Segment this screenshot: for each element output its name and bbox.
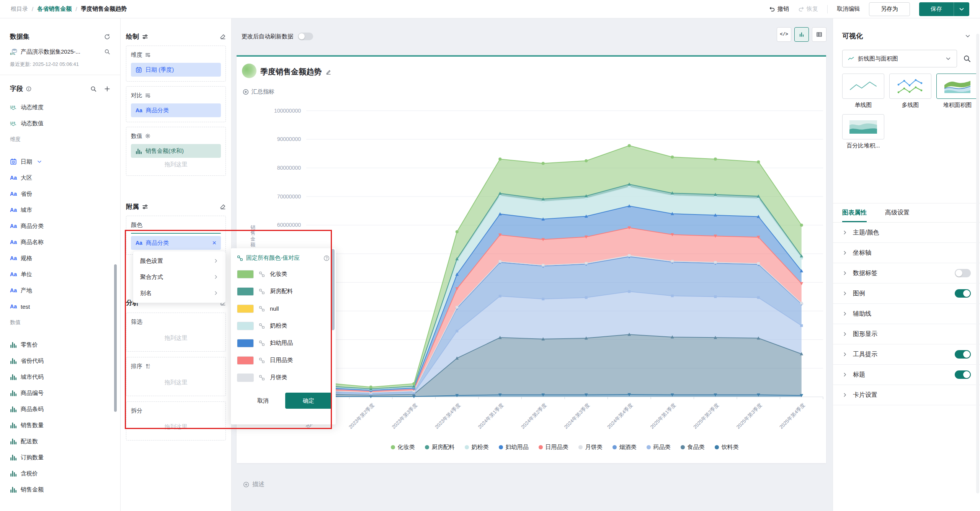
- fix-colors-link[interactable]: 固定所有颜色-值对应: [246, 254, 300, 262]
- auto-refresh-toggle[interactable]: [298, 33, 313, 40]
- context-menu-item[interactable]: 别名: [133, 285, 225, 301]
- dimension-field-item[interactable]: Aa 规格: [10, 250, 110, 266]
- measure-field-item[interactable]: 省份代码: [10, 353, 110, 369]
- dimension-field-item[interactable]: Aa 商品分类: [10, 218, 110, 234]
- search-fields-icon[interactable]: [90, 86, 96, 92]
- measure-field-item[interactable]: 销售数量: [10, 417, 110, 433]
- color-swatch[interactable]: [237, 270, 254, 278]
- accordion-section[interactable]: 数据标签: [833, 263, 980, 283]
- measure-field-item[interactable]: 销售金额: [10, 482, 110, 498]
- description-button[interactable]: 描述: [243, 480, 265, 488]
- legend-item[interactable]: 妇幼用品: [499, 444, 529, 451]
- legend-item[interactable]: 烟酒类: [612, 444, 637, 451]
- question-circle-icon[interactable]: [323, 255, 330, 261]
- breadcrumb-parent[interactable]: 各省销售金额: [37, 5, 72, 13]
- dimension-field-item[interactable]: Aa 城市: [10, 202, 110, 218]
- undo-button[interactable]: 撤销: [769, 5, 789, 13]
- accordion-section[interactable]: 工具提示: [833, 344, 980, 365]
- drop-zone[interactable]: 拆分 拖到这里: [126, 401, 226, 441]
- color-swatch[interactable]: [237, 305, 254, 313]
- color-swatch[interactable]: [237, 373, 254, 382]
- save-button[interactable]: 保存: [919, 2, 969, 16]
- color-value-row[interactable]: 厨房配料: [237, 283, 330, 300]
- cancel-edit-button[interactable]: 取消编辑: [837, 5, 860, 13]
- redo-button[interactable]: 恢复: [798, 5, 818, 13]
- legend-item[interactable]: 奶粉类: [465, 444, 489, 451]
- legend-item[interactable]: 化妆类: [391, 444, 415, 451]
- close-icon[interactable]: ×: [212, 239, 216, 246]
- legend-item[interactable]: 月饼类: [578, 444, 603, 451]
- accordion-section[interactable]: 坐标轴: [833, 243, 980, 263]
- dataset-item[interactable]: ETL 产品演示数据集2025-...: [10, 48, 110, 56]
- value-chip[interactable]: 销售金额(求和): [131, 144, 221, 158]
- accordion-section[interactable]: 卡片设置: [833, 385, 980, 405]
- accordion-section[interactable]: 图形显示: [833, 324, 980, 344]
- legend-item[interactable]: 日用品类: [539, 444, 568, 451]
- accordion-section[interactable]: 图例: [833, 283, 980, 304]
- dimension-chip[interactable]: 日期 (季度): [131, 63, 221, 77]
- color-chip[interactable]: Aa 商品分类 ×: [131, 236, 221, 250]
- measure-field-item[interactable]: 含税价: [10, 465, 110, 482]
- dimension-field-item[interactable]: Aa 省份: [10, 186, 110, 202]
- scrollbar-thumb[interactable]: [114, 264, 117, 412]
- dimension-field-item[interactable]: Aa 大区: [10, 170, 110, 186]
- drop-zone[interactable]: 排序 AZ 拖到这里: [126, 357, 226, 396]
- chart-family-select[interactable]: 折线图与面积图: [842, 50, 957, 67]
- legend-item[interactable]: 药品类: [647, 444, 671, 451]
- section-toggle[interactable]: [955, 289, 971, 298]
- save-as-button[interactable]: 另存为: [869, 2, 910, 16]
- drop-zone[interactable]: 筛选 拖到这里: [126, 313, 226, 352]
- summary-indicator-button[interactable]: 汇总指标: [243, 88, 274, 95]
- section-toggle[interactable]: [955, 350, 971, 359]
- chevron-down-icon[interactable]: [37, 159, 42, 164]
- color-swatch[interactable]: [237, 322, 254, 330]
- context-menu-item[interactable]: 聚合方式: [133, 269, 225, 285]
- color-swatch[interactable]: [237, 339, 254, 347]
- compare-chip[interactable]: Aa 商品分类: [131, 103, 221, 117]
- color-value-row[interactable]: null: [237, 300, 330, 317]
- search-chart-icon[interactable]: [963, 55, 971, 62]
- chart-view-button[interactable]: [794, 27, 809, 42]
- dimension-field-item[interactable]: 日期: [10, 154, 110, 170]
- add-field-icon[interactable]: [104, 86, 110, 92]
- color-value-row[interactable]: 妇幼用品: [237, 334, 330, 352]
- measure-field-item[interactable]: 商品编号: [10, 385, 110, 401]
- breadcrumb-root[interactable]: 根目录: [11, 5, 28, 13]
- table-view-button[interactable]: [812, 27, 826, 42]
- adjust-icon[interactable]: [142, 34, 148, 40]
- save-dropdown-button[interactable]: [954, 6, 969, 12]
- color-value-row[interactable]: 化妆类: [237, 265, 330, 283]
- chart-type-card[interactable]: 堆积面积图: [936, 74, 978, 109]
- chart-type-card[interactable]: 百分比堆积...: [842, 114, 884, 149]
- section-toggle[interactable]: [955, 370, 971, 379]
- chart-type-card[interactable]: 单线图: [842, 74, 884, 109]
- dimension-field-item[interactable]: Aa test: [10, 298, 110, 314]
- accordion-section[interactable]: 辅助线: [833, 304, 980, 324]
- scrollbar-track[interactable]: [976, 34, 979, 493]
- measure-field-item[interactable]: 零售价: [10, 337, 110, 353]
- dimension-field-item[interactable]: Aa 产地: [10, 282, 110, 298]
- color-value-row[interactable]: 月饼类: [237, 369, 330, 386]
- section-toggle[interactable]: [955, 269, 971, 277]
- accordion-section[interactable]: 标题: [833, 365, 980, 385]
- quick-field-item[interactable]: 123 动态维度: [10, 99, 110, 115]
- chart-type-card[interactable]: 多线图: [889, 74, 931, 109]
- measure-field-item[interactable]: 配送数: [10, 433, 110, 449]
- cancel-button[interactable]: 取消: [246, 393, 280, 408]
- eraser-icon[interactable]: [220, 34, 226, 40]
- confirm-button[interactable]: 确定: [285, 393, 332, 409]
- measure-field-item[interactable]: 商品条码: [10, 401, 110, 417]
- preview-dataset-icon[interactable]: [104, 49, 110, 55]
- eraser-icon[interactable]: [220, 204, 226, 210]
- color-value-row[interactable]: 日用品类: [237, 352, 330, 369]
- sql-view-button[interactable]: </>: [777, 27, 791, 42]
- color-swatch[interactable]: [237, 356, 254, 365]
- accordion-section[interactable]: 主题/颜色: [833, 223, 980, 243]
- popup-scrollbar-thumb[interactable]: [331, 249, 335, 330]
- properties-tab[interactable]: 图表属性: [842, 203, 867, 222]
- refresh-icon[interactable]: [104, 34, 110, 40]
- adjust-icon[interactable]: [142, 204, 148, 210]
- legend-item[interactable]: 厨房配料: [425, 444, 455, 451]
- context-menu-item[interactable]: 颜色设置: [133, 253, 225, 269]
- properties-tab[interactable]: 高级设置: [885, 203, 910, 222]
